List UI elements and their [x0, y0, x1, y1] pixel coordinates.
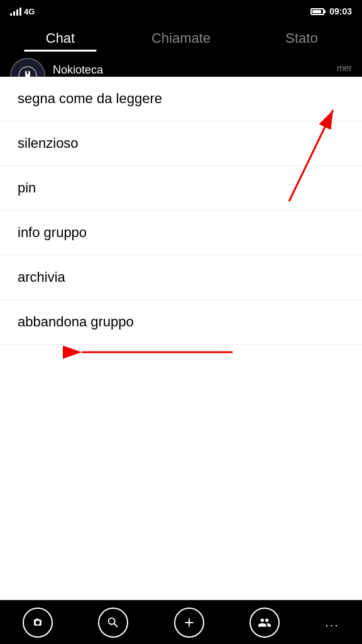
more-button[interactable]: ...	[325, 615, 339, 630]
status-bar: 4G 09:03	[0, 0, 362, 23]
chat-name-nokioteca: Nokioteca	[53, 64, 332, 77]
tab-chiamate[interactable]: Chiamate	[121, 23, 241, 52]
context-menu: segna come da leggere silenzioso pin inf…	[0, 77, 362, 600]
status-right: 09:03	[310, 6, 352, 16]
search-button[interactable]	[98, 608, 128, 638]
signal-icon	[10, 7, 21, 16]
camera-button[interactable]	[23, 608, 53, 638]
context-menu-item-leave[interactable]: abbandona gruppo	[0, 300, 362, 345]
add-button[interactable]	[174, 608, 204, 638]
tab-stato[interactable]: Stato	[241, 23, 362, 52]
tab-chat[interactable]: Chat	[0, 23, 121, 52]
group-button[interactable]	[250, 608, 280, 638]
context-menu-item-archive[interactable]: archivia	[0, 255, 362, 300]
chat-time-nokioteca: mer	[337, 63, 352, 73]
status-left: 4G	[10, 7, 35, 16]
context-menu-item-mark-read[interactable]: segna come da leggere	[0, 77, 362, 121]
time-display: 09:03	[329, 6, 352, 16]
context-menu-item-pin[interactable]: pin	[0, 166, 362, 211]
nav-tabs: Chat Chiamate Stato	[0, 23, 362, 52]
battery-icon	[310, 8, 324, 15]
bottom-toolbar: ...	[0, 600, 362, 644]
network-type: 4G	[24, 7, 35, 16]
context-menu-item-silent[interactable]: silenzioso	[0, 121, 362, 166]
context-menu-item-info[interactable]: info gruppo	[0, 211, 362, 255]
